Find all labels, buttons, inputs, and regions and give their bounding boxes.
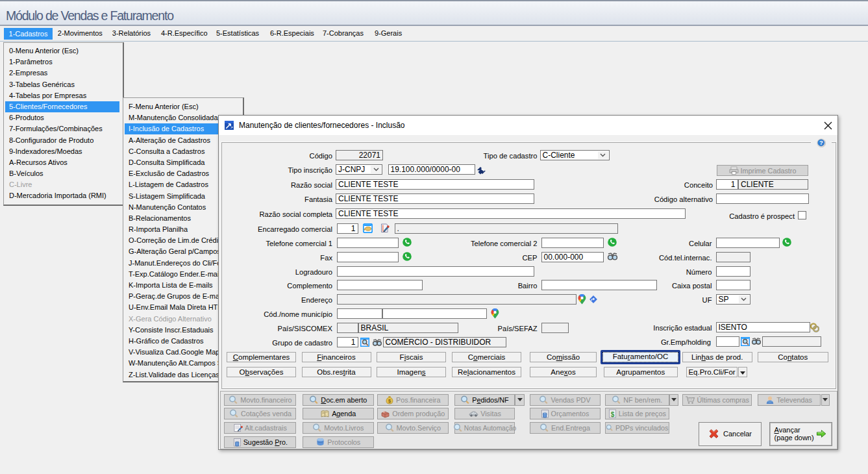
svg-text:?: ? — [819, 139, 823, 146]
svg-text:$: $ — [610, 411, 614, 418]
